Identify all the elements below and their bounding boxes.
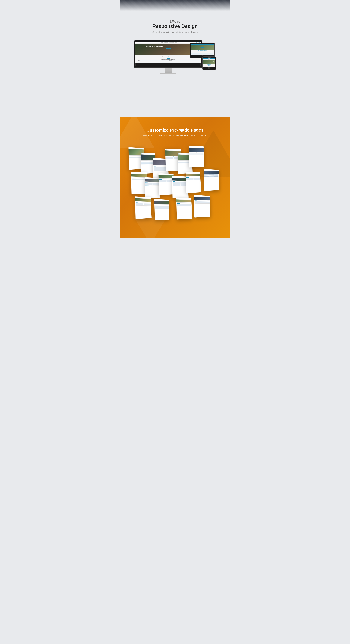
iphone-home-button <box>208 67 210 69</box>
ipad-outer: PRO Pressure WASHING SERVICES Home · Abo… <box>190 43 215 58</box>
page-thumb-14: PRO <box>154 199 170 220</box>
iphone-mockup: PRO PressureWASHING SERVICES Call for a … <box>202 56 216 70</box>
iphone-speaker <box>208 58 210 58</box>
nav-brand: PRO PressureWASHING SERVICES <box>136 42 142 43</box>
apple-logo:  <box>168 64 168 65</box>
section2-title: Customize Pre-Made Pages <box>123 128 227 133</box>
brand-text: PRO PressureWASHING SERVICES <box>136 42 142 43</box>
imac-chin:  <box>136 63 201 66</box>
hero-title: Professionals Home Pressure Washing <box>136 46 171 47</box>
page-thumb-8: PRO <box>145 177 160 198</box>
imac-base <box>160 73 176 74</box>
pages-mosaic: PRO≡ PRO PRO <box>127 145 223 224</box>
page-thumb-6: PRO Contact Us <box>188 146 204 168</box>
ipad-screen: PRO Pressure WASHING SERVICES Home · Abo… <box>191 44 214 55</box>
page-thumb-16: PRO <box>194 195 210 218</box>
devices-mockup: PRO PressureWASHING SERVICES Home · Abou… <box>134 40 216 106</box>
page-thumb-13: PRO <box>135 196 152 219</box>
ipad-mockup: PRO Pressure WASHING SERVICES Home · Abo… <box>190 43 215 58</box>
nav-links: Home · About · Commercial · Residential … <box>161 42 176 43</box>
responsive-section: 100% Responsive Design Show off your onl… <box>120 11 230 117</box>
iphone-screen: PRO PressureWASHING SERVICES Call for a … <box>203 58 215 67</box>
page-thumb-12: PRO Gallery <box>204 169 219 191</box>
page-thumb-15: PRO <box>176 198 192 220</box>
ipad-home-button <box>202 56 203 56</box>
hero-button: GET A FREE QUOTE <box>166 48 171 49</box>
top-geo-background <box>120 0 230 11</box>
customize-section: Customize Pre-Made Pages Every single pa… <box>120 117 230 238</box>
percent-label: 100% <box>123 19 227 24</box>
section1-subtitle: Show off your online project via all kno… <box>123 31 227 33</box>
section2-subtitle: Every single page you may need for your … <box>123 134 227 136</box>
iphone-outer: PRO PressureWASHING SERVICES Call for a … <box>202 56 216 70</box>
imac-stand <box>165 68 172 73</box>
page-thumb-9: PRO <box>158 173 174 195</box>
section1-title: Responsive Design <box>123 24 227 29</box>
page-thumb-11: PRO <box>186 172 201 193</box>
